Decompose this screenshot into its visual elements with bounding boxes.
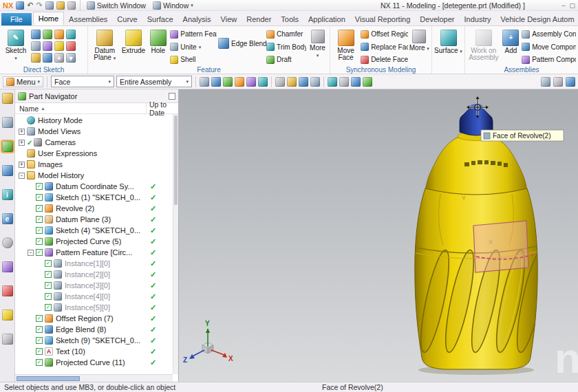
mid-point-icon[interactable] — [235, 77, 244, 87]
quick-trim-icon[interactable] — [66, 41, 76, 51]
restore-icon[interactable]: ▢ — [569, 2, 575, 9]
tab-industry[interactable]: Industry — [459, 13, 495, 25]
save-icon[interactable] — [16, 1, 24, 10]
tree-row[interactable]: +✓Cameras — [15, 137, 178, 148]
sync-more-button[interactable]: More ▾ — [409, 28, 429, 65]
highlight-related-icon[interactable] — [200, 77, 209, 87]
intersection-point-icon[interactable] — [246, 77, 256, 87]
tree-row[interactable]: -Model History — [15, 170, 178, 181]
tree-row[interactable]: -✓Pattern Feature [Circ...✓ — [15, 247, 178, 258]
feature-checkbox[interactable]: ✓ — [36, 359, 43, 366]
feature-checkbox[interactable]: ✓ — [36, 194, 43, 201]
tab-application[interactable]: Application — [303, 13, 350, 25]
assembly-navigator-icon[interactable] — [2, 93, 13, 104]
feature-checkbox[interactable]: ✓ — [36, 326, 43, 333]
tree-row[interactable]: ✓Instance[1][0]✓ — [15, 258, 178, 269]
profile-icon[interactable] — [31, 30, 41, 39]
paste-icon[interactable] — [67, 1, 76, 10]
trim-body-button[interactable]: Trim Body — [266, 41, 306, 53]
command-finder-icon[interactable] — [566, 77, 575, 87]
point-on-curve-icon[interactable] — [299, 77, 308, 87]
feature-checkbox[interactable]: ✓ — [36, 249, 43, 256]
window-menu-button[interactable]: Window ▾ — [151, 1, 195, 10]
tab-curve[interactable]: Curve — [112, 13, 142, 25]
tree-row[interactable]: ✓Projected Curve (5)✓ — [15, 236, 178, 247]
circle-icon[interactable] — [66, 30, 76, 39]
add-sketch-tool-icon[interactable]: + — [54, 53, 64, 63]
existing-point-icon[interactable] — [287, 77, 297, 87]
feature-checkbox[interactable]: ✓ — [36, 348, 43, 355]
pattern-feature-button[interactable]: Pattern Feature — [170, 28, 217, 40]
expand-icon[interactable]: + — [19, 140, 25, 146]
tree-row[interactable]: +Model Views — [15, 126, 178, 137]
point-on-surface-icon[interactable] — [310, 77, 320, 87]
tab-assemblies[interactable]: Assemblies — [64, 13, 112, 25]
tree-row[interactable]: History Mode — [15, 115, 178, 126]
arc-icon[interactable] — [54, 30, 64, 39]
name-column-header[interactable]: Name — [19, 105, 39, 113]
move-face-button[interactable]: Move Face — [332, 28, 359, 65]
expand-icon[interactable]: + — [19, 129, 25, 135]
horizontal-scrollbar[interactable] — [15, 374, 173, 382]
tab-visual-reporting[interactable]: Visual Reporting — [350, 13, 416, 25]
full-screen-icon[interactable] — [553, 77, 563, 87]
reuse-library-icon[interactable] — [2, 165, 13, 176]
web-browser-icon[interactable]: e — [2, 213, 13, 224]
selection-scope-filter[interactable]: Entire Assembly ▾ — [116, 76, 192, 87]
add-component-button[interactable]: + Add — [502, 28, 521, 65]
rectangle-icon[interactable] — [31, 41, 41, 51]
quadrant-point-icon[interactable] — [275, 77, 285, 87]
feature-more-button[interactable]: More ▾ — [308, 28, 328, 65]
part-navigator-icon[interactable] — [2, 141, 13, 152]
tree-row[interactable]: +Images — [15, 159, 178, 170]
roles-icon[interactable] — [2, 309, 13, 320]
collapse-icon[interactable]: - — [19, 173, 25, 179]
tree-row[interactable]: User Expressions — [15, 148, 178, 159]
tab-surface[interactable]: Surface — [142, 13, 178, 25]
replace-face-button[interactable]: Replace Face — [361, 41, 408, 53]
history-icon[interactable] — [2, 237, 13, 248]
tree-row[interactable]: ✓Sketch (1) "SKETCH_0...✓ — [15, 192, 178, 203]
delete-face-button[interactable]: Delete Face — [361, 54, 408, 65]
float-panel-icon[interactable] — [169, 93, 175, 100]
feature-checkbox[interactable]: ✓ — [36, 337, 43, 344]
tree-row[interactable]: ✓Instance[5][0]✓ — [15, 302, 178, 313]
tab-render[interactable]: Render — [242, 13, 276, 25]
tab-tools[interactable]: Tools — [276, 13, 303, 25]
feature-checkbox[interactable]: ✓ — [36, 183, 43, 190]
selection-type-filter[interactable]: Face ▾ — [51, 76, 114, 87]
copy-icon[interactable] — [56, 1, 65, 10]
tree-row[interactable]: ✓Instance[2][0]✓ — [15, 269, 178, 280]
surface-button[interactable]: Surface ▾ — [434, 28, 462, 65]
feature-checkbox[interactable]: ✓ — [36, 216, 43, 223]
feature-checkbox[interactable]: ✓ — [36, 205, 43, 212]
cut-icon[interactable] — [45, 1, 54, 10]
tree-row[interactable]: ✓Instance[3][0]✓ — [15, 280, 178, 291]
undo-icon[interactable]: ↶ — [27, 1, 33, 10]
tree-row[interactable]: ✓Datum Plane (3)✓ — [15, 214, 178, 225]
process-studio-icon[interactable] — [2, 261, 13, 272]
tree-row[interactable]: ✓Edge Blend (8)✓ — [15, 324, 178, 335]
manufacturing-wizard-icon[interactable] — [2, 285, 13, 296]
tree-row[interactable]: ✓Projected Curve (11)✓ — [15, 357, 178, 368]
tree-row[interactable]: ✓Instance[4][0]✓ — [15, 291, 178, 302]
vertical-scrollbar[interactable] — [173, 114, 178, 374]
switch-window-button[interactable]: Switch Window — [85, 1, 148, 10]
draft-button[interactable]: Draft — [266, 54, 306, 65]
tab-developer[interactable]: Developer — [415, 13, 459, 25]
tab-analysis[interactable]: Analysis — [178, 13, 216, 25]
tab-view[interactable]: View — [216, 13, 242, 25]
end-point-icon[interactable] — [223, 77, 233, 87]
work-on-assembly-button[interactable]: Work on Assembly — [467, 28, 500, 65]
feature-checkbox[interactable]: ✓ — [45, 282, 52, 289]
tree-row[interactable]: ✓Offset Region (7)✓ — [15, 313, 178, 324]
tree-row[interactable]: ✓AText (10)✓ — [15, 346, 178, 357]
pattern-component-button[interactable]: Pattern Compo — [522, 54, 576, 65]
menu-button[interactable]: Menu ▾ — [3, 76, 43, 87]
expand-icon[interactable]: + — [19, 162, 25, 168]
tree-row[interactable]: ✓Datum Coordinate Sy...✓ — [15, 181, 178, 192]
graphics-window[interactable]: Y X — [179, 89, 578, 382]
scrollbar-thumb[interactable] — [17, 376, 80, 381]
shell-button[interactable]: Shell — [170, 54, 217, 65]
feature-checkbox[interactable]: ✓ — [45, 304, 52, 311]
